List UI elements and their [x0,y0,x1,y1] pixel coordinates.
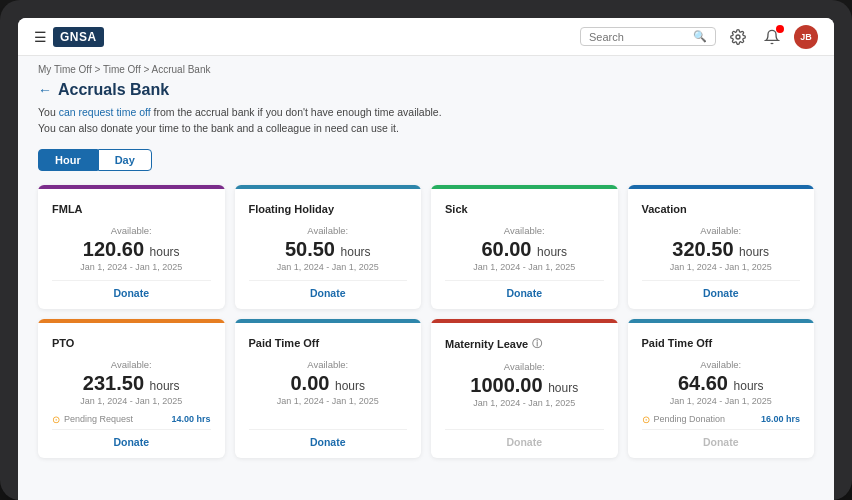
card-3: VacationAvailable:320.50 hoursJan 1, 202… [628,185,815,309]
date-range: Jan 1, 2024 - Jan 1, 2025 [445,398,604,408]
donate-button[interactable]: Donate [52,280,211,299]
pending-label: Pending Request [64,414,133,424]
search-input[interactable] [589,31,689,43]
card-title: FMLA [52,203,211,215]
tab-row: Hour Day [38,149,814,171]
available-label: Available: [52,225,211,236]
user-avatar[interactable]: JB [794,25,818,49]
card-top-bar [431,185,618,189]
hours-value: 1000.00 hours [445,374,604,396]
date-range: Jan 1, 2024 - Jan 1, 2025 [52,262,211,272]
donate-button[interactable]: Donate [642,280,801,299]
logo-badge: GNSA [53,27,104,47]
date-range: Jan 1, 2024 - Jan 1, 2025 [445,262,604,272]
page-title-row: ← Accruals Bank [38,81,814,99]
card-title: Sick [445,203,604,215]
topbar: ☰ GNSA 🔍 JB [18,18,834,56]
card-title: Paid Time Off [249,337,408,349]
pending-icon: ⊙ [52,414,60,425]
pending-value: 16.00 hrs [761,414,800,424]
date-range: Jan 1, 2024 - Jan 1, 2025 [642,262,801,272]
cards-grid-row2: PTOAvailable:231.50 hoursJan 1, 2024 - J… [38,319,814,458]
request-time-off-link[interactable]: can request time off [59,106,151,118]
available-label: Available: [642,359,801,370]
available-label: Available: [52,359,211,370]
donate-button[interactable]: Donate [52,429,211,448]
available-label: Available: [445,361,604,372]
hours-unit: hours [537,245,567,259]
donate-button[interactable]: Donate [249,280,408,299]
card-spacer [249,414,408,429]
pending-icon: ⊙ [642,414,650,425]
pending-row: ⊙Pending Request14.00 hrs [52,414,211,425]
card-top-bar [431,319,618,323]
hours-unit: hours [150,379,180,393]
card-1: Floating HolidayAvailable:50.50 hoursJan… [235,185,422,309]
hours-value: 50.50 hours [249,238,408,260]
card-3: Paid Time OffAvailable:64.60 hoursJan 1,… [628,319,815,458]
date-range: Jan 1, 2024 - Jan 1, 2025 [249,396,408,406]
hours-unit: hours [739,245,769,259]
hours-value: 231.50 hours [52,372,211,394]
card-top-bar [235,319,422,323]
hours-unit: hours [734,379,764,393]
date-range: Jan 1, 2024 - Jan 1, 2025 [52,396,211,406]
page-title: Accruals Bank [58,81,169,99]
back-arrow-icon[interactable]: ← [38,82,52,98]
card-1: Paid Time OffAvailable:0.00 hoursJan 1, … [235,319,422,458]
svg-point-0 [736,35,740,39]
menu-icon[interactable]: ☰ [34,29,47,45]
card-spacer [445,416,604,429]
card-title: PTO [52,337,211,349]
tab-day[interactable]: Day [98,149,152,171]
notifications-btn[interactable] [760,25,784,49]
card-top-bar [628,319,815,323]
logo-area: ☰ GNSA [34,27,104,47]
card-top-bar [38,185,225,189]
hours-unit: hours [150,245,180,259]
info-icon[interactable]: ⓘ [532,337,542,351]
hours-value: 60.00 hours [445,238,604,260]
available-label: Available: [642,225,801,236]
date-range: Jan 1, 2024 - Jan 1, 2025 [642,396,801,406]
card-2: SickAvailable:60.00 hoursJan 1, 2024 - J… [431,185,618,309]
card-title: Paid Time Off [642,337,801,349]
hours-unit: hours [341,245,371,259]
settings-btn[interactable] [726,25,750,49]
topbar-right: 🔍 JB [580,25,818,49]
card-top-bar [38,319,225,323]
notification-badge [776,25,784,33]
content-area: My Time Off > Time Off > Accrual Bank ← … [18,56,834,500]
date-range: Jan 1, 2024 - Jan 1, 2025 [249,262,408,272]
breadcrumb: My Time Off > Time Off > Accrual Bank [38,64,814,75]
screen: ☰ GNSA 🔍 JB [18,18,834,500]
pending-row: ⊙Pending Donation16.00 hrs [642,414,801,425]
donate-button: Donate [642,429,801,448]
card-title: Floating Holiday [249,203,408,215]
hours-unit: hours [548,381,578,395]
card-0: PTOAvailable:231.50 hoursJan 1, 2024 - J… [38,319,225,458]
card-title: Maternity Leaveⓘ [445,337,604,351]
donate-button[interactable]: Donate [445,280,604,299]
card-0: FMLAAvailable:120.60 hoursJan 1, 2024 - … [38,185,225,309]
search-bar[interactable]: 🔍 [580,27,716,46]
search-icon: 🔍 [693,30,707,43]
donate-button[interactable]: Donate [249,429,408,448]
pending-label: Pending Donation [654,414,726,424]
description: You can request time off from the accrua… [38,105,814,137]
card-2: Maternity LeaveⓘAvailable:1000.00 hoursJ… [431,319,618,458]
hours-value: 0.00 hours [249,372,408,394]
tab-hour[interactable]: Hour [38,149,98,171]
hours-unit: hours [335,379,365,393]
hours-value: 64.60 hours [642,372,801,394]
cards-grid-row1: FMLAAvailable:120.60 hoursJan 1, 2024 - … [38,185,814,309]
card-top-bar [235,185,422,189]
donate-button: Donate [445,429,604,448]
card-top-bar [628,185,815,189]
pending-value: 14.00 hrs [171,414,210,424]
laptop-frame: ☰ GNSA 🔍 JB [0,0,852,500]
hours-value: 120.60 hours [52,238,211,260]
available-label: Available: [249,359,408,370]
card-title: Vacation [642,203,801,215]
hours-value: 320.50 hours [642,238,801,260]
